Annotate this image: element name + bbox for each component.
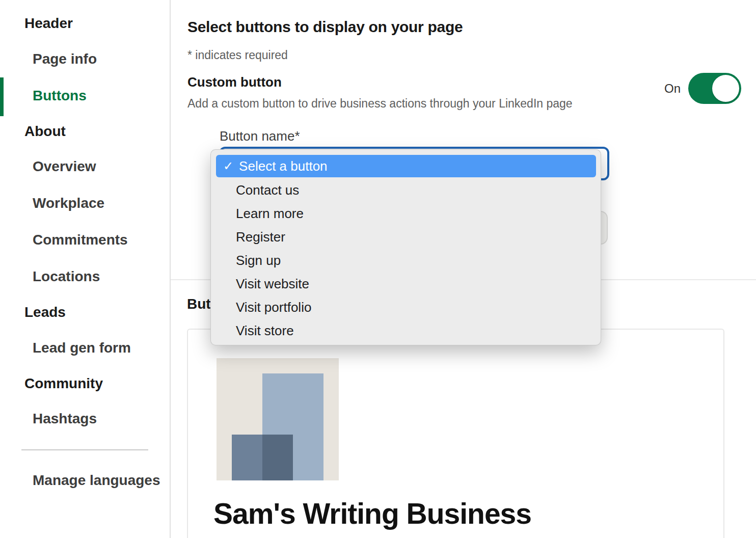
sidebar-item-overview[interactable]: Overview [33,158,96,175]
toggle-knob [712,75,739,102]
dropdown-option-contact-us[interactable]: Contact us [211,178,601,202]
toggle-state-label: On [664,82,681,96]
dropdown-option-learn-more[interactable]: Learn more [211,202,601,225]
dropdown-option-register[interactable]: Register [211,225,601,249]
sidebar-item-header[interactable]: Header [24,15,73,32]
dropdown-option-visit-portfolio[interactable]: Visit portfolio [211,295,601,319]
dropdown-option-visit-website[interactable]: Visit website [211,272,601,295]
required-note: * indicates required [187,48,288,62]
button-name-label: Button name* [220,128,300,144]
sidebar-item-leads[interactable]: Leads [24,304,66,320]
button-name-dropdown: ✓ Select a button Contact us Learn more … [210,149,601,345]
sidebar-item-manage-languages[interactable]: Manage languages [33,472,160,489]
sidebar-divider [21,449,148,450]
dropdown-option-visit-store[interactable]: Visit store [211,319,601,342]
sidebar-item-locations[interactable]: Locations [33,268,100,285]
sidebar-item-workplace[interactable]: Workplace [33,195,104,211]
company-name: Sam's Writing Business [213,497,531,530]
sidebar-item-lead-gen-form[interactable]: Lead gen form [33,340,131,356]
sidebar-item-commitments[interactable]: Commitments [33,232,128,248]
sidebar-item-page-info[interactable]: Page info [33,51,97,67]
sidebar-separator [170,0,171,538]
dropdown-option-sign-up[interactable]: Sign up [211,249,601,272]
dropdown-option-select-a-button[interactable]: ✓ Select a button [216,155,596,177]
checkmark-icon: ✓ [223,155,233,177]
custom-button-description: Add a custom button to drive business ac… [187,97,573,111]
custom-button-toggle[interactable] [688,73,741,104]
sidebar-item-buttons[interactable]: Buttons [33,88,87,104]
logo-bar-overlap [262,435,293,480]
page-canvas: Header Page info Buttons About Overview … [0,0,756,538]
sidebar-item-community[interactable]: Community [24,375,103,392]
sidebar-item-about[interactable]: About [24,123,66,140]
logo-bar-dark [232,435,262,480]
active-item-indicator [0,77,4,116]
company-logo [217,358,339,480]
sidebar-item-hashtags[interactable]: Hashtags [33,411,97,427]
page-title: Select buttons to display on your page [187,18,463,36]
dropdown-option-label: Select a button [239,155,327,177]
custom-button-heading: Custom button [187,74,282,90]
